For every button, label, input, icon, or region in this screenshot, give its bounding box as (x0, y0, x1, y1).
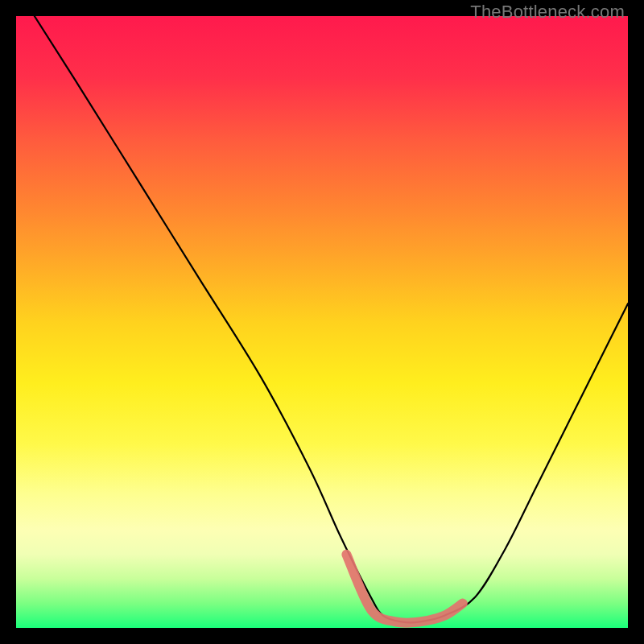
chart-frame: TheBottleneck.com (0, 0, 644, 644)
bottleneck-curve (35, 16, 628, 622)
highlight-segment (346, 555, 462, 623)
chart-svg (16, 16, 628, 628)
plot-area (16, 16, 628, 628)
watermark-text: TheBottleneck.com (470, 2, 625, 23)
